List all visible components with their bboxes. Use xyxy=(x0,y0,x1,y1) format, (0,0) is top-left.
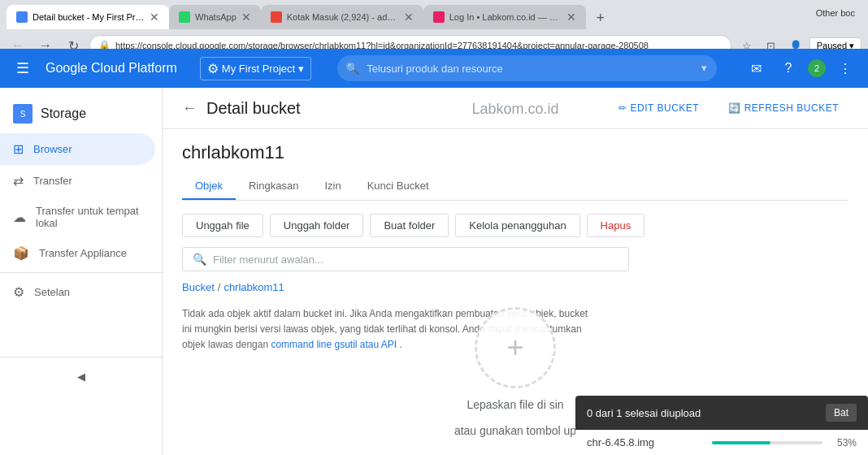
other-tabs-label: Other boc xyxy=(816,8,861,21)
new-tab-button[interactable]: + xyxy=(589,6,612,29)
sidebar-header: S Storage xyxy=(0,94,162,133)
settings-icon: ⚙ xyxy=(13,284,24,300)
header-actions: ✏ EDIT BUCKET 🔄 REFRESH BUCKET xyxy=(609,98,848,119)
sidebar-item-transfer-appliance-label: Transfer Appliance xyxy=(39,247,127,259)
more-options-button[interactable]: ⋮ xyxy=(832,55,858,81)
drop-text-line2: atau gunakan tombol up xyxy=(448,421,583,440)
app-name: Google Cloud Platform xyxy=(46,61,177,76)
nav-right: ✉ ? 2 ⋮ xyxy=(743,55,858,81)
filter-bar: 🔍 xyxy=(182,247,629,271)
tab-izin[interactable]: Izin xyxy=(311,173,354,200)
search-wrapper: 🔍 ▾ xyxy=(337,55,717,81)
toolbar: Unggah file Unggah folder Buat folder Ke… xyxy=(182,214,848,237)
storage-logo: S xyxy=(13,104,33,124)
transfer-icon: ⇄ xyxy=(13,173,24,188)
page-header: ← Detail bucket ✏ EDIT BUCKET 🔄 REFRESH … xyxy=(163,88,868,129)
content-area: S Storage ⊞ Browser ⇄ Transfer ☁ Transfe… xyxy=(0,88,868,455)
breadcrumb-separator: / xyxy=(218,281,221,293)
tab-whatsapp[interactable]: WhatsApp ✕ xyxy=(169,5,261,29)
upload-panel-title: 0 dari 1 selesai diupload xyxy=(587,407,701,419)
search-bar: 🔍 ▾ xyxy=(337,55,717,81)
sidebar-item-setelan[interactable]: ⚙ Setelan xyxy=(0,276,155,308)
storage-logo-abbr: S xyxy=(20,110,26,119)
bucket-name: chrlabkom11 xyxy=(182,142,848,163)
tab-title-gmail: Kotak Masuk (2,924) - admin@s xyxy=(287,12,399,22)
browser-chrome: Detail bucket - My First Project - ✕ Wha… xyxy=(0,0,868,49)
upload-panel: 0 dari 1 selesai diupload Bat chr-6.45.8… xyxy=(575,396,868,455)
kelola-penangguhan-button[interactable]: Kelola penangguhan xyxy=(455,214,579,237)
edit-bucket-button[interactable]: ✏ EDIT BUCKET xyxy=(609,98,709,119)
back-button[interactable]: ← xyxy=(182,100,197,117)
empty-message-link[interactable]: command line gsutil atau API xyxy=(271,339,397,350)
upload-filename: chr-6.45.8.img xyxy=(587,436,697,448)
email-icon-button[interactable]: ✉ xyxy=(743,55,769,81)
tab-title-detail-bucket: Detail bucket - My First Project - xyxy=(33,12,145,22)
filter-icon: 🔍 xyxy=(193,253,206,266)
bucket-tabs: Objek Ringkasan Izin Kunci Bucket xyxy=(182,173,848,201)
upload-progress-bar xyxy=(712,441,770,444)
tab-labkom[interactable]: Log In • Labkom.co.id — WordPr ✕ xyxy=(423,5,586,29)
search-dropdown-icon: ▾ xyxy=(701,62,707,74)
notification-badge[interactable]: 2 xyxy=(808,59,826,77)
sidebar-item-transfer-appliance[interactable]: 📦 Transfer Appliance xyxy=(0,237,155,269)
upload-cancel-button[interactable]: Bat xyxy=(826,404,857,422)
sidebar-title: Storage xyxy=(41,106,86,121)
browser-icon: ⊞ xyxy=(13,141,24,157)
main-content: ← Detail bucket ✏ EDIT BUCKET 🔄 REFRESH … xyxy=(163,88,868,455)
breadcrumb: Bucket / chrlabkom11 xyxy=(182,281,848,293)
search-input[interactable] xyxy=(337,55,717,81)
project-icon: ⚙ xyxy=(207,61,219,76)
tab-bar: Detail bucket - My First Project - ✕ Wha… xyxy=(0,0,868,29)
unggah-file-button[interactable]: Unggah file xyxy=(182,214,263,237)
sidebar: S Storage ⊞ Browser ⇄ Transfer ☁ Transfe… xyxy=(0,88,163,455)
refresh-bucket-button[interactable]: 🔄 REFRESH BUCKET xyxy=(718,98,848,119)
tab-objek[interactable]: Objek xyxy=(182,173,236,200)
refresh-bucket-label: REFRESH BUCKET xyxy=(744,102,839,114)
hamburger-icon[interactable]: ☰ xyxy=(10,55,36,81)
tab-favicon-gmail xyxy=(271,11,282,23)
empty-message: Tidak ada objek aktif dalam bucket ini. … xyxy=(182,306,588,353)
edit-bucket-label: EDIT BUCKET xyxy=(631,102,700,114)
sidebar-item-transfer-lokal-label: Transfer untuk tempat lokal xyxy=(36,205,142,229)
tab-ringkasan[interactable]: Ringkasan xyxy=(236,173,311,200)
sidebar-item-browser[interactable]: ⊞ Browser xyxy=(0,133,155,165)
tab-close-detail-bucket[interactable]: ✕ xyxy=(150,11,159,24)
collapse-icon: ◀ xyxy=(77,370,85,383)
page-title: Detail bucket xyxy=(206,99,301,118)
appliance-icon: 📦 xyxy=(13,245,29,261)
project-dropdown-icon: ▾ xyxy=(298,63,304,75)
filter-input[interactable] xyxy=(213,254,618,266)
unggah-folder-button[interactable]: Unggah folder xyxy=(270,214,364,237)
hapus-button[interactable]: Hapus xyxy=(587,214,645,237)
tab-favicon-whatsapp xyxy=(179,11,190,23)
tab-close-gmail[interactable]: ✕ xyxy=(404,11,414,24)
upload-panel-header: 0 dari 1 selesai diupload Bat xyxy=(575,396,868,430)
tab-close-labkom[interactable]: ✕ xyxy=(566,11,576,24)
tab-title-whatsapp: WhatsApp xyxy=(195,12,237,22)
drop-text-line1: Lepaskan file di sin xyxy=(460,395,570,414)
sidebar-item-transfer-lokal[interactable]: ☁ Transfer untuk tempat lokal xyxy=(0,197,155,237)
help-icon-button[interactable]: ? xyxy=(775,55,801,81)
tab-close-whatsapp[interactable]: ✕ xyxy=(241,11,251,24)
top-nav: ☰ Google Cloud Platform ⚙ My First Proje… xyxy=(0,49,868,88)
project-name: My First Project xyxy=(222,63,295,75)
sidebar-divider xyxy=(0,272,162,273)
tab-gmail[interactable]: Kotak Masuk (2,924) - admin@s ✕ xyxy=(261,5,423,29)
project-selector[interactable]: ⚙ My First Project ▾ xyxy=(200,57,311,80)
tab-kunci-bucket[interactable]: Kunci Bucket xyxy=(354,173,442,200)
cloud-icon: ☁ xyxy=(13,210,26,225)
upload-percent: 53% xyxy=(837,437,857,448)
sidebar-collapse-button[interactable]: ◀ xyxy=(13,364,149,389)
buat-folder-button[interactable]: Buat folder xyxy=(370,214,449,237)
edit-icon: ✏ xyxy=(618,102,627,114)
tab-detail-bucket[interactable]: Detail bucket - My First Project - ✕ xyxy=(7,5,169,29)
sidebar-item-setelan-label: Setelan xyxy=(34,286,70,298)
breadcrumb-bucket[interactable]: Bucket xyxy=(182,281,215,293)
tab-favicon-labkom xyxy=(433,11,445,23)
refresh-icon: 🔄 xyxy=(728,102,741,114)
sidebar-item-transfer[interactable]: ⇄ Transfer xyxy=(0,165,155,197)
upload-progress-bar-wrap xyxy=(712,441,822,444)
tab-title-labkom: Log In • Labkom.co.id — WordPr xyxy=(449,12,562,22)
app: ☰ Google Cloud Platform ⚙ My First Proje… xyxy=(0,49,868,455)
search-icon: 🔍 xyxy=(345,62,359,75)
